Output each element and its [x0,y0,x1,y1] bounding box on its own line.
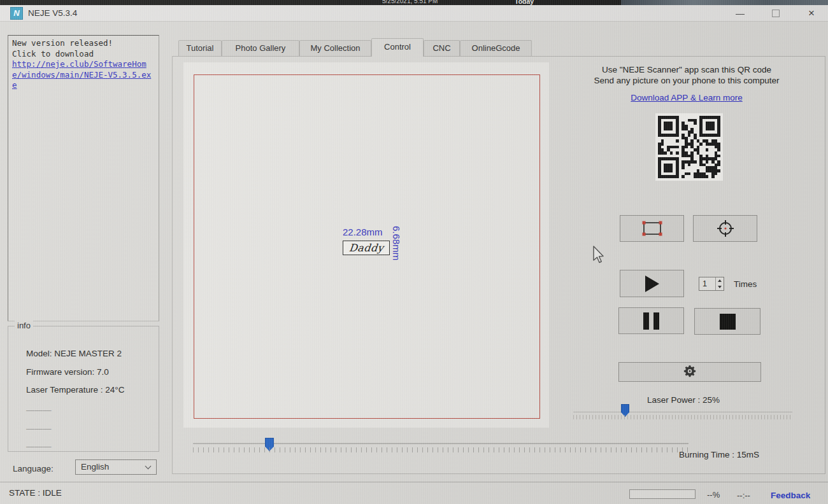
arrow-down-icon [718,286,722,288]
object-width-label: 22.28mm [343,227,383,237]
maximize-icon [772,10,780,17]
minimize-icon [736,14,745,15]
close-icon: × [808,7,815,19]
spinner-down-button[interactable] [716,284,724,290]
progress-percent: --% [707,490,720,500]
job-progress-bar [629,489,696,499]
device-info-panel: info Model: NEJE MASTER 2 Firmware versi… [8,326,159,452]
info-empty-row: ______ [26,403,52,411]
info-empty-row: ______ [26,421,52,430]
machine-state: STATE : IDLE [9,488,62,498]
neje-app-window: N NEJE V5.3.4 × New version released! Cl… [0,5,828,504]
close-button[interactable]: × [797,5,825,22]
language-selected-value: English [81,462,109,472]
crosshair-icon [715,218,736,239]
language-label: Language: [13,464,54,473]
pause-icon [643,312,649,330]
announcement-line1: New version released! [12,38,155,49]
maximize-button[interactable] [762,5,790,22]
time-remaining: --:-- [737,491,750,500]
stop-icon [720,314,736,330]
pause-button[interactable] [618,307,684,334]
photographed-screen: 5/25/2021, 5:51 PM Today N NEJE V5.3.4 ×… [0,0,828,504]
laser-temperature: Laser Temperature : 24°C [26,385,124,395]
minimize-button[interactable] [726,5,754,22]
feedback-link[interactable]: Feedback [771,491,810,500]
stop-button[interactable] [694,308,760,335]
language-select[interactable]: English [75,459,157,475]
laser-power-label: Laser Power : 25% [573,395,794,405]
times-spinner[interactable]: 1 [699,277,724,291]
device-model: Model: NEJE MASTER 2 [26,349,122,358]
update-announcement-panel: New version released! Click to download … [8,35,159,321]
tab-onlinegcode[interactable]: OnlineGcode [460,40,532,56]
engraving-canvas[interactable]: 22.28mm Daddy 6.68mm [183,62,549,428]
download-app-link[interactable]: Download APP & Learn more [631,93,742,102]
object-height-label: 6.68mm [391,226,402,260]
info-empty-row: ______ [26,439,52,447]
laser-power-slider-track[interactable] [573,412,792,412]
titlebar: N NEJE V5.3.4 × [0,5,828,22]
firmware-version: Firmware version: 7.0 [26,367,109,377]
spinner-up-button[interactable] [716,277,724,284]
engrave-text: Daddy [348,241,385,255]
move-to-center-button[interactable] [693,215,757,242]
tab-my-collection[interactable]: My Collection [299,40,371,56]
scanner-instruction-line2: Send any picture on your phone to this c… [573,76,800,85]
settings-button[interactable] [618,362,761,382]
announcement-line2: Click to download [12,49,155,60]
spinner-arrows [715,277,724,290]
mouse-cursor [591,246,605,267]
start-engraving-button[interactable] [620,270,684,297]
arrow-up-icon [718,279,722,282]
canvas-slider-ticks [193,447,689,452]
tab-control[interactable]: Control [371,38,424,57]
burning-time-label: Burning Time : 15mS [679,450,759,459]
laser-power-ticks [573,415,792,419]
preview-frame-button[interactable] [620,215,684,242]
background-today-label: Today [515,0,534,5]
tab-photo-gallery[interactable]: Photo Gallery [222,40,299,56]
download-update-link[interactable]: http://neje.club/SoftwareHome/windows/ma… [12,59,151,90]
play-icon [645,276,659,292]
status-bar: STATE : IDLE --% --:-- Feedback [0,482,828,504]
gear-icon [682,364,698,381]
chevron-down-icon [145,463,152,470]
frame-icon [641,220,663,237]
window-title: NEJE V5.3.4 [28,8,77,18]
tab-cnc[interactable]: CNC [424,40,460,56]
times-label: Times [734,279,757,289]
qr-code-image [655,113,723,181]
neje-logo-icon: N [10,7,23,20]
tab-tutorial[interactable]: Tutorial [178,40,222,56]
engrave-object-selection[interactable]: Daddy [343,241,390,255]
times-value: 1 [699,277,715,290]
info-panel-legend: info [15,321,33,330]
background-date-text: 5/25/2021, 5:51 PM [382,0,438,4]
scanner-instruction-line1: Use "NEJE Scanner" app scan this QR code [573,65,800,74]
